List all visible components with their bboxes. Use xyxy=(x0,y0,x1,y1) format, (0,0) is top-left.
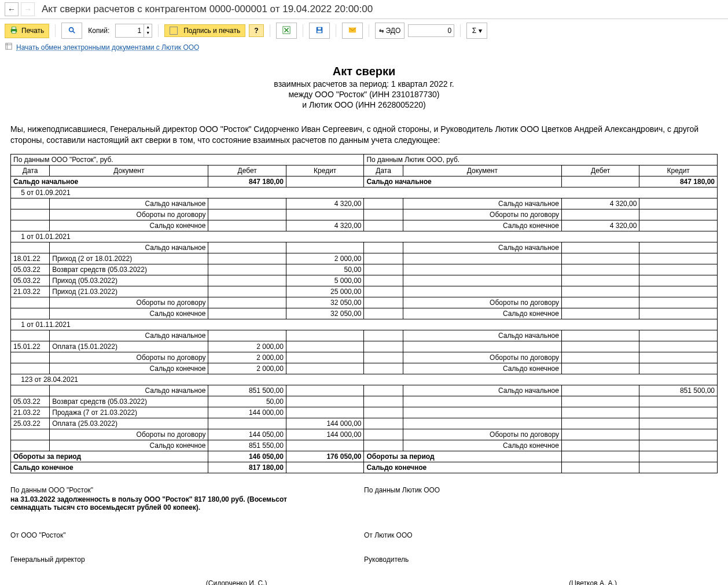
email-button[interactable] xyxy=(342,23,363,39)
table-cell: 146 050,00 xyxy=(208,451,286,462)
table-cell: Сальдо конечное xyxy=(50,440,208,451)
table-cell: Обороты за период xyxy=(364,451,561,462)
table-cell xyxy=(639,286,718,297)
table-cell: 817 180,00 xyxy=(208,462,286,473)
table-row: Сальдо конечное2 000,00Сальдо конечное xyxy=(11,363,718,374)
edo-count[interactable] xyxy=(408,24,454,37)
envelope-icon xyxy=(348,26,356,36)
sign-print-checkbox[interactable] xyxy=(170,27,178,35)
table-cell: 25 000,00 xyxy=(286,286,364,297)
table-cell xyxy=(403,253,561,264)
spreadsheet-button[interactable] xyxy=(276,23,297,39)
sign-print-button[interactable]: Подпись и печать xyxy=(164,24,245,37)
table-cell xyxy=(403,407,561,418)
table-cell: Сальдо начальное xyxy=(364,176,561,187)
table-cell: Сальдо начальное xyxy=(403,385,561,396)
table-cell xyxy=(286,209,364,220)
table-cell xyxy=(561,330,639,341)
preview-button[interactable] xyxy=(61,23,82,39)
footer-debt-text: на 31.03.2022 задолженность в пользу ООО… xyxy=(10,495,311,512)
table-cell xyxy=(639,363,718,374)
table-cell xyxy=(286,330,364,341)
table-cell xyxy=(364,198,403,209)
table-cell xyxy=(11,220,50,231)
doc-sub2: между ООО "Росток" (ИНН 2310187730) xyxy=(10,90,718,99)
table-cell: 847 180,00 xyxy=(208,176,286,187)
table-cell: Обороты по договору xyxy=(50,429,208,440)
sum-button[interactable]: Σ ▾ xyxy=(466,23,487,39)
table-cell xyxy=(11,330,50,341)
table-cell xyxy=(561,418,639,429)
table-cell xyxy=(208,308,286,319)
table-row: 05.03.22Приход (05.03.2022)5 000,00 xyxy=(11,275,718,286)
table-cell xyxy=(561,297,639,308)
footer-right-pos: Руководитель xyxy=(364,555,700,564)
table-cell xyxy=(208,198,286,209)
start-edo-link[interactable]: Начать обмен электронными документами с … xyxy=(16,43,199,51)
table-cell: 851 500,00 xyxy=(208,385,286,396)
table-cell: Дебет xyxy=(561,165,639,176)
table-cell xyxy=(286,176,364,187)
table-cell xyxy=(639,220,718,231)
footer-right-heading: По данным Лютик ООО xyxy=(364,486,700,494)
table-cell: 144 000,00 xyxy=(208,407,286,418)
table-cell: Продажа (7 от 21.03.2022) xyxy=(50,407,208,418)
table-cell xyxy=(561,308,639,319)
right-sig-line xyxy=(364,577,567,585)
table-cell xyxy=(286,396,364,407)
table-cell: Сальдо начальное xyxy=(403,330,561,341)
table-row: Обороты по договору32 050,00Обороты по д… xyxy=(11,297,718,308)
table-cell: 144 000,00 xyxy=(286,418,364,429)
table-cell xyxy=(561,242,639,253)
table-cell xyxy=(639,253,718,264)
table-row: 123 от 28.04.2021 xyxy=(11,374,718,385)
table-cell xyxy=(639,396,718,407)
table-cell: 4 320,00 xyxy=(286,220,364,231)
table-cell xyxy=(208,253,286,264)
table-cell: Возврат средств (05.03.2022) xyxy=(50,264,208,275)
table-cell: Сальдо начальное xyxy=(11,176,208,187)
table-cell: Дата xyxy=(364,165,403,176)
help-button[interactable]: ? xyxy=(249,24,263,37)
copies-down[interactable]: ▼ xyxy=(144,30,152,36)
table-cell xyxy=(208,330,286,341)
table-cell: Оплата (25.03.2022) xyxy=(50,418,208,429)
table-cell xyxy=(208,275,286,286)
table-cell: Сальдо начальное xyxy=(50,330,208,341)
table-cell xyxy=(364,396,403,407)
copies-label: Копий: xyxy=(86,27,112,35)
copies-input[interactable] xyxy=(116,24,144,37)
table-cell xyxy=(364,407,403,418)
table-row: Сальдо начальноеСальдо начальное xyxy=(11,330,718,341)
table-cell: 5 000,00 xyxy=(286,275,364,286)
table-cell xyxy=(364,209,403,220)
forward-button[interactable]: → xyxy=(21,2,35,16)
table-cell xyxy=(11,363,50,374)
edo-icon: ⇆ xyxy=(379,28,384,34)
table-cell xyxy=(11,308,50,319)
table-cell xyxy=(561,440,639,451)
table-cell xyxy=(208,264,286,275)
table-cell: 144 000,00 xyxy=(286,429,364,440)
copies-stepper[interactable]: ▲ ▼ xyxy=(115,24,152,38)
table-row: Сальдо конечное4 320,00Сальдо конечное4 … xyxy=(11,220,718,231)
table-cell: 123 от 28.04.2021 xyxy=(11,374,718,385)
reconciliation-table: По данным ООО "Росток", руб.По данным Лю… xyxy=(10,154,718,473)
table-cell xyxy=(286,242,364,253)
table-cell: Приход (05.03.2022) xyxy=(50,275,208,286)
table-cell: Сальдо конечное xyxy=(50,308,208,319)
table-cell xyxy=(561,407,639,418)
table-row: Обороты по договору2 000,00Обороты по до… xyxy=(11,352,718,363)
table-cell: Приход (21.03.2022) xyxy=(50,286,208,297)
save-button[interactable] xyxy=(309,23,330,39)
copies-up[interactable]: ▲ xyxy=(144,24,152,30)
table-cell: 1 от 01.11.2021 xyxy=(11,319,718,330)
table-cell xyxy=(561,264,639,275)
table-cell xyxy=(208,297,286,308)
back-button[interactable]: ← xyxy=(5,2,19,16)
edo-button[interactable]: ⇆ ЭДО xyxy=(375,23,405,39)
table-cell: 847 180,00 xyxy=(639,176,718,187)
print-button[interactable]: Печать xyxy=(5,24,49,38)
table-row: 21.03.22Продажа (7 от 21.03.2022)144 000… xyxy=(11,407,718,418)
magnifier-icon xyxy=(68,26,76,36)
